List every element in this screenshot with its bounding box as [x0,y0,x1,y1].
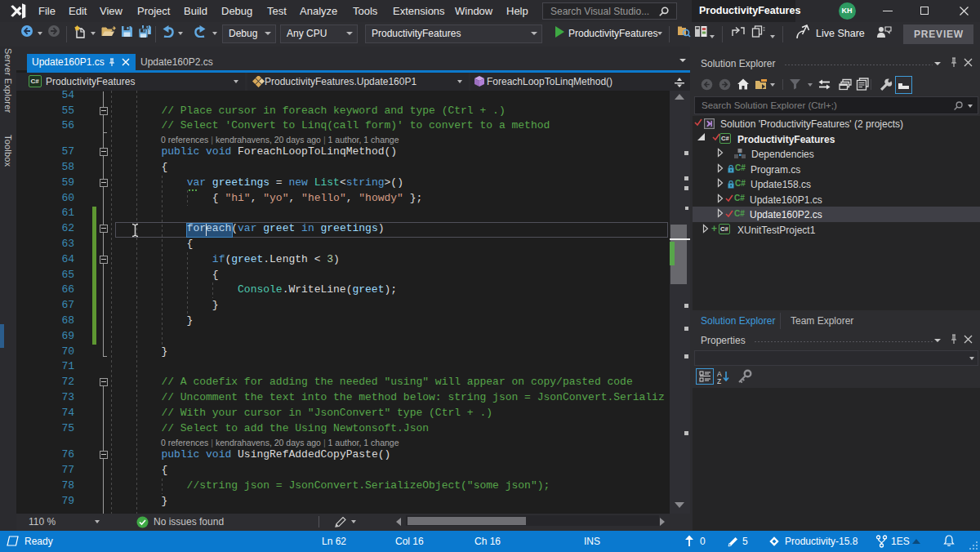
svg-text:Z: Z [717,377,721,385]
